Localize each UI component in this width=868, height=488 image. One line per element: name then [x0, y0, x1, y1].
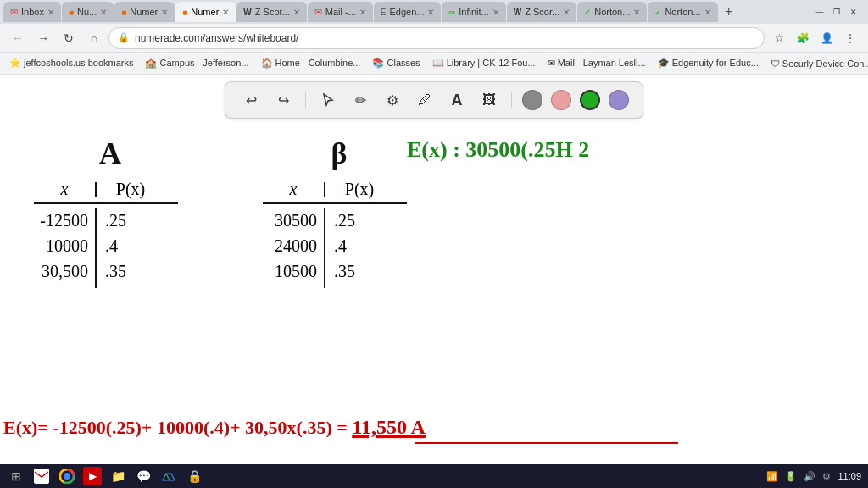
- color-gray[interactable]: [522, 90, 542, 110]
- select-tool[interactable]: [316, 88, 340, 112]
- table-a-row2-x: 10000: [34, 236, 95, 256]
- extensions-icon[interactable]: 🧩: [792, 27, 814, 49]
- color-green[interactable]: [580, 90, 600, 110]
- table-a-col-px-header: P(x): [97, 180, 164, 199]
- svg-rect-0: [34, 469, 49, 484]
- reload-button[interactable]: ↻: [58, 27, 80, 49]
- forward-button[interactable]: →: [32, 27, 54, 49]
- red-result-text: 11,550 A: [352, 416, 426, 438]
- bookmark-library[interactable]: 📖 Library | CK-12 Fou...: [428, 56, 540, 70]
- color-purple[interactable]: [609, 90, 629, 110]
- table-a-row3-x: 30,500: [34, 262, 95, 281]
- redo-button[interactable]: ↪: [271, 88, 295, 112]
- table-b-row1-px: .25: [324, 211, 392, 230]
- table-a: x P(x) -12500 .25 10000: [34, 180, 186, 284]
- bookmark-edgenuity[interactable]: 🎓 Edgenuity for Educ...: [654, 56, 763, 70]
- profile-icon[interactable]: 👤: [815, 27, 837, 49]
- taskbar-drive-icon[interactable]: [159, 467, 178, 485]
- tab-numer-active[interactable]: ■ Numer ✕: [175, 2, 236, 22]
- taskbar-gmail-icon[interactable]: [32, 467, 51, 485]
- table-a-header-line: [34, 202, 178, 204]
- taskbar-volume-icon: 🔊: [804, 471, 815, 482]
- green-formula: E(x) : 30500(.25H 2: [407, 137, 589, 163]
- table-b-col-px-header: P(x): [326, 180, 393, 199]
- bookmark-home[interactable]: 🏠 Home - Columbine...: [257, 56, 365, 70]
- nav-right-icons: ☆ 🧩 👤 ⋮: [768, 27, 861, 49]
- section-a-heading: A: [34, 136, 186, 171]
- pen-tool[interactable]: 🖊: [413, 88, 437, 112]
- table-b-row1-x: 30500: [263, 211, 324, 230]
- math-canvas: A x P(x) -12500: [0, 119, 868, 464]
- maximize-button[interactable]: ❐: [831, 6, 843, 18]
- taskbar-wifi-icon: 📶: [766, 471, 778, 482]
- tab-nu1[interactable]: ■ Nu... ✕: [62, 2, 114, 22]
- tab-inbox[interactable]: ✉ Inbox ✕: [3, 2, 61, 22]
- table-b-row2-px: .4: [324, 236, 392, 256]
- taskbar-start-icon[interactable]: ⊞: [7, 467, 25, 485]
- image-tool[interactable]: 🖼: [477, 88, 501, 112]
- back-button[interactable]: ←: [7, 27, 29, 49]
- tab-edgen[interactable]: E Edgen... ✕: [374, 2, 442, 22]
- address-bar[interactable]: 🔒 numerade.com/answers/whiteboard/: [108, 27, 765, 49]
- red-equation: E(x)= -12500(.25)+ 10000(.4)+ 30,50x(.35…: [3, 416, 426, 439]
- table-row: 24000 .4: [263, 233, 415, 258]
- table-row: 10500 .35: [263, 258, 415, 284]
- tab-infinit[interactable]: ∞ Infinit... ✕: [442, 2, 505, 22]
- red-equation-text: E(x)= -12500(.25)+ 10000(.4)+ 30,50x(.35…: [3, 417, 352, 438]
- table-b-col-x-header: x: [263, 180, 324, 199]
- wrench-tool[interactable]: ⚙: [381, 88, 404, 112]
- tab-mail[interactable]: ✉ Mail -... ✕: [308, 2, 373, 22]
- taskbar-files-icon[interactable]: 📁: [108, 467, 127, 485]
- bookmarks-icon[interactable]: ☆: [768, 27, 790, 49]
- window-controls: — ❐ ✕: [814, 6, 865, 18]
- taskbar-youtube-icon[interactable]: ▶: [83, 467, 102, 485]
- lock-icon: 🔒: [118, 32, 130, 43]
- toolbar-separator-2: [511, 92, 512, 108]
- taskbar-chat-icon[interactable]: 💬: [134, 467, 153, 485]
- table-a-row2-px: .4: [95, 236, 163, 256]
- color-pink[interactable]: [551, 90, 571, 110]
- taskbar-settings-icon[interactable]: ⚙: [822, 471, 831, 482]
- tab-zscor2[interactable]: W Z Scor... ✕: [507, 2, 576, 22]
- table-a-row1-px: .25: [95, 211, 163, 230]
- new-tab-button[interactable]: +: [719, 2, 739, 22]
- nav-bar: ← → ↻ ⌂ 🔒 numerade.com/answers/whiteboar…: [0, 24, 868, 53]
- tab-bar: ✉ Inbox ✕ ■ Nu... ✕ ■ Numer ✕ ■ Numer ✕ …: [0, 0, 868, 24]
- tab-norton1[interactable]: ✓ Norton... ✕: [577, 2, 647, 22]
- toolbar-separator-1: [305, 92, 306, 108]
- table-row: 10000 .4: [34, 233, 186, 258]
- bookmark-jeffco[interactable]: ⭐ jeffcoshools.us bookmarks: [5, 56, 137, 70]
- svg-point-2: [64, 473, 70, 480]
- bookmarks-bar: ⭐ jeffcoshools.us bookmarks 🏫 Campus - J…: [0, 53, 868, 75]
- taskbar-battery-icon: 🔋: [785, 471, 797, 482]
- tab-zscor1[interactable]: W Z Scor... ✕: [236, 2, 306, 22]
- table-b-header-line: [263, 202, 407, 204]
- green-formula-text: E(x) : 30500(.25H 2: [407, 137, 589, 162]
- table-b-row3-px: .35: [324, 262, 392, 281]
- menu-icon[interactable]: ⋮: [839, 27, 861, 49]
- table-a-vert-line: [95, 208, 97, 288]
- bookmark-mail[interactable]: ✉ Mail - Layman Lesli...: [543, 56, 650, 70]
- bookmark-securly[interactable]: 🛡 Securly Device Con...: [766, 57, 868, 70]
- whiteboard-container: ↩ ↪ ✏ ⚙ 🖊 A 🖼 A x P(x): [0, 75, 868, 464]
- bookmark-classes[interactable]: 📚 Classes: [368, 56, 424, 70]
- tab-numer1[interactable]: ■ Numer ✕: [114, 2, 175, 22]
- table-row: 30500 .25: [263, 208, 415, 233]
- table-row: 30,500 .35: [34, 258, 186, 284]
- taskbar-chrome-icon[interactable]: [58, 467, 76, 485]
- table-a-row3-px: .35: [95, 262, 163, 281]
- section-a: A x P(x) -12500: [34, 136, 186, 284]
- url-text: numerade.com/answers/whiteboard/: [135, 32, 298, 44]
- home-button[interactable]: ⌂: [83, 27, 105, 49]
- minimize-button[interactable]: —: [814, 6, 826, 18]
- undo-button[interactable]: ↩: [239, 88, 263, 112]
- taskbar: ⊞ ▶ 📁 💬 🔒 📶 🔋 🔊 ⚙ 11:09: [0, 464, 868, 488]
- taskbar-security-icon[interactable]: 🔒: [185, 467, 203, 485]
- close-window-button[interactable]: ✕: [848, 6, 860, 18]
- text-tool[interactable]: A: [445, 88, 469, 112]
- pencil-tool[interactable]: ✏: [348, 88, 372, 112]
- red-underline-bottom: [415, 442, 678, 444]
- table-b-row3-x: 10500: [263, 262, 324, 281]
- bookmark-campus[interactable]: 🏫 Campus - Jefferson...: [141, 56, 253, 70]
- tab-norton2[interactable]: ✓ Norton... ✕: [648, 2, 717, 22]
